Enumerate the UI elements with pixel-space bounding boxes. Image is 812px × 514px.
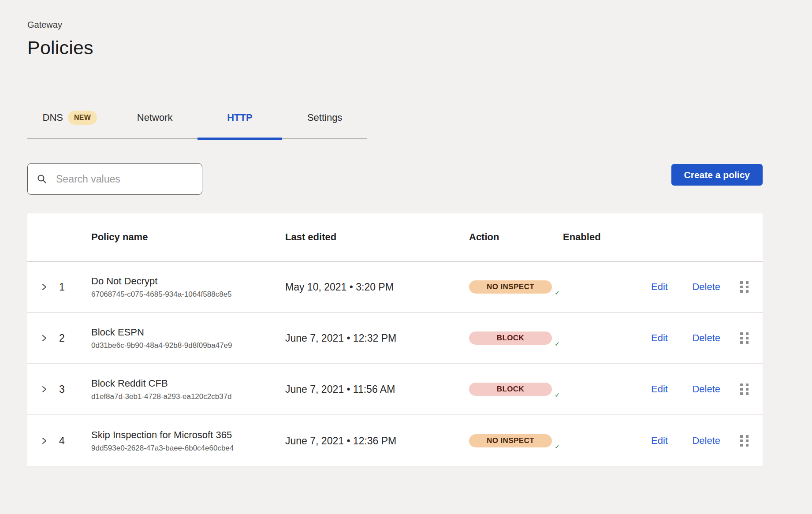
policy-name: Block ESPN bbox=[91, 327, 285, 338]
policy-name-cell: Do Not Decrypt 67068745-c075-4685-934a-1… bbox=[91, 276, 285, 299]
check-icon: ✓ bbox=[552, 339, 562, 349]
tab-settings-label: Settings bbox=[307, 112, 343, 123]
policy-name-cell: Skip Inspection for Microsoft 365 9dd593… bbox=[91, 429, 285, 453]
tab-http[interactable]: HTTP bbox=[197, 104, 283, 138]
edit-link[interactable]: Edit bbox=[651, 332, 668, 344]
tab-network[interactable]: Network bbox=[112, 104, 197, 138]
policy-name: Skip Inspection for Microsoft 365 bbox=[91, 429, 285, 441]
last-edited: June 7, 2021 • 12:32 PM bbox=[285, 332, 469, 344]
row-number: 4 bbox=[59, 435, 91, 447]
toolbar: Create a policy bbox=[27, 163, 763, 195]
tab-bar: DNS NEW Network HTTP Settings bbox=[27, 104, 367, 138]
edit-link[interactable]: Edit bbox=[651, 384, 668, 395]
row-controls: Edit Delete bbox=[651, 279, 749, 294]
search-input[interactable] bbox=[56, 173, 193, 185]
column-header-last-edited: Last edited bbox=[285, 231, 469, 243]
table-row: 3 Block Reddit CFB d1ef8a7d-3eb1-4728-a2… bbox=[27, 364, 763, 415]
column-header-policy-name: Policy name bbox=[91, 231, 285, 243]
table-header-row: Policy name Last edited Action Enabled bbox=[27, 213, 763, 262]
policy-uuid: 9dd593e0-2628-47a3-baee-6b0c4e60cbe4 bbox=[91, 444, 285, 453]
delete-link[interactable]: Delete bbox=[692, 435, 720, 447]
last-edited: June 7, 2021 • 12:36 PM bbox=[285, 435, 469, 447]
drag-handle-icon[interactable] bbox=[740, 332, 749, 344]
column-header-action: Action bbox=[469, 231, 563, 243]
gateway-policies-page: Gateway Policies DNS NEW Network HTTP Se… bbox=[27, 20, 763, 466]
drag-handle-icon[interactable] bbox=[740, 435, 749, 447]
chevron-right-icon bbox=[41, 437, 48, 445]
policies-table: Policy name Last edited Action Enabled 1… bbox=[27, 213, 763, 466]
divider bbox=[680, 382, 681, 397]
policy-uuid: 0d31be6c-9b90-48a4-92b8-9d8f09ba47e9 bbox=[91, 341, 285, 350]
divider bbox=[680, 433, 681, 448]
create-policy-button[interactable]: Create a policy bbox=[671, 164, 763, 186]
expand-row-button[interactable] bbox=[41, 282, 50, 292]
new-badge: NEW bbox=[68, 111, 97, 125]
delete-link[interactable]: Delete bbox=[692, 281, 720, 293]
table-row: 1 Do Not Decrypt 67068745-c075-4685-934a… bbox=[27, 262, 763, 313]
action-badge: NO INSPECT bbox=[469, 434, 552, 447]
divider bbox=[680, 279, 681, 294]
action-badge: BLOCK bbox=[469, 331, 552, 345]
drag-handle-icon[interactable] bbox=[740, 281, 749, 293]
chevron-right-icon bbox=[41, 334, 48, 342]
policy-uuid: 67068745-c075-4685-934a-1064f588c8e5 bbox=[91, 290, 285, 299]
policy-uuid: d1ef8a7d-3eb1-4728-a293-ea120c2cb37d bbox=[91, 392, 285, 401]
row-controls: Edit Delete bbox=[651, 433, 749, 448]
table-row: 2 Block ESPN 0d31be6c-9b90-48a4-92b8-9d8… bbox=[27, 313, 763, 364]
search-icon bbox=[37, 174, 47, 184]
breadcrumb: Gateway bbox=[27, 20, 763, 30]
edit-link[interactable]: Edit bbox=[651, 435, 668, 447]
tab-network-label: Network bbox=[137, 112, 173, 123]
check-icon: ✓ bbox=[552, 288, 562, 298]
search-box[interactable] bbox=[27, 163, 202, 195]
tab-dns-label: DNS bbox=[43, 112, 63, 123]
delete-link[interactable]: Delete bbox=[692, 332, 720, 344]
policy-name: Block Reddit CFB bbox=[91, 378, 285, 389]
row-number: 3 bbox=[59, 384, 91, 395]
last-edited: May 10, 2021 • 3:20 PM bbox=[285, 281, 469, 293]
row-controls: Edit Delete bbox=[651, 382, 749, 397]
last-edited: June 7, 2021 • 11:56 AM bbox=[285, 384, 469, 395]
policy-name: Do Not Decrypt bbox=[91, 276, 285, 287]
row-number: 2 bbox=[59, 332, 91, 344]
edit-link[interactable]: Edit bbox=[651, 281, 668, 293]
action-badge: NO INSPECT bbox=[469, 280, 552, 294]
divider bbox=[680, 331, 681, 346]
delete-link[interactable]: Delete bbox=[692, 384, 720, 395]
expand-row-button[interactable] bbox=[41, 384, 50, 394]
column-header-enabled: Enabled bbox=[563, 231, 651, 243]
row-controls: Edit Delete bbox=[651, 331, 749, 346]
action-badge: BLOCK bbox=[469, 383, 552, 396]
page-title: Policies bbox=[27, 37, 763, 59]
policy-name-cell: Block Reddit CFB d1ef8a7d-3eb1-4728-a293… bbox=[91, 378, 285, 401]
expand-row-button[interactable] bbox=[41, 333, 50, 343]
row-number: 1 bbox=[59, 281, 91, 293]
check-icon: ✓ bbox=[552, 442, 562, 451]
tab-dns[interactable]: DNS NEW bbox=[27, 104, 112, 138]
table-row: 4 Skip Inspection for Microsoft 365 9dd5… bbox=[27, 415, 763, 466]
drag-handle-icon[interactable] bbox=[740, 383, 749, 395]
chevron-right-icon bbox=[41, 385, 48, 393]
expand-row-button[interactable] bbox=[41, 436, 50, 446]
check-icon: ✓ bbox=[552, 390, 562, 400]
tab-http-label: HTTP bbox=[227, 112, 252, 123]
chevron-right-icon bbox=[41, 283, 48, 291]
tab-settings[interactable]: Settings bbox=[282, 104, 367, 138]
policy-name-cell: Block ESPN 0d31be6c-9b90-48a4-92b8-9d8f0… bbox=[91, 327, 285, 350]
